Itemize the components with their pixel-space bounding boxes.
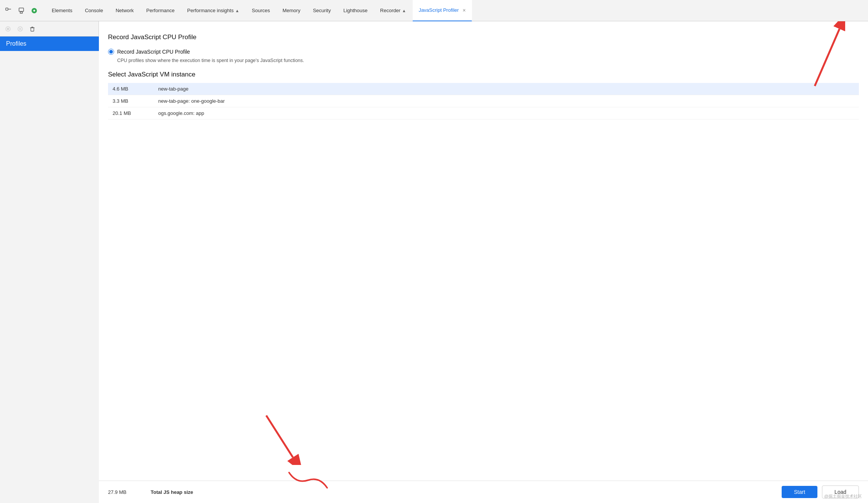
vm-instance-row[interactable]: 20.1 MB ogs.google.com: app bbox=[108, 107, 859, 119]
vm-size-2: 3.3 MB bbox=[113, 98, 158, 104]
device-icon[interactable] bbox=[16, 5, 27, 16]
tab-elements[interactable]: Elements bbox=[46, 0, 79, 21]
radio-description: CPU profiles show where the execution ti… bbox=[117, 58, 859, 63]
toolbar-icons bbox=[3, 5, 40, 16]
svg-rect-0 bbox=[6, 8, 8, 10]
tab-list: Elements Console Network Performance Per… bbox=[46, 0, 865, 21]
left-panel: Profiles bbox=[0, 21, 99, 503]
recorder-icon: ▲ bbox=[402, 8, 406, 13]
vm-name-1: new-tab-page bbox=[158, 86, 189, 92]
vm-size-1: 4.6 MB bbox=[113, 86, 158, 92]
content-body: Record JavaScript CPU Profile Record Jav… bbox=[99, 21, 868, 481]
tab-sources[interactable]: Sources bbox=[246, 0, 277, 21]
tab-security[interactable]: Security bbox=[307, 0, 337, 21]
tab-console[interactable]: Console bbox=[79, 0, 110, 21]
start-button[interactable]: Start bbox=[782, 486, 817, 498]
tab-network[interactable]: Network bbox=[110, 0, 140, 21]
record-cpu-label[interactable]: Record JavaScript CPU Profile bbox=[117, 49, 190, 55]
record-cpu-radio[interactable] bbox=[108, 49, 114, 55]
tab-lighthouse[interactable]: Lighthouse bbox=[337, 0, 374, 21]
svg-point-6 bbox=[7, 28, 9, 30]
vm-instance-row[interactable]: 4.6 MB new-tab-page bbox=[108, 83, 859, 95]
tab-memory[interactable]: Memory bbox=[277, 0, 307, 21]
tab-javascript-profiler[interactable]: JavaScript Profiler × bbox=[413, 0, 472, 21]
svg-rect-2 bbox=[19, 8, 24, 11]
sidebar-item-profiles[interactable]: Profiles bbox=[0, 37, 99, 51]
vm-instance-list: 4.6 MB new-tab-page 3.3 MB new-tab-page:… bbox=[108, 83, 859, 119]
toolbar-row bbox=[0, 21, 99, 37]
extensions-icon[interactable] bbox=[29, 5, 40, 16]
performance-insights-icon: ▲ bbox=[235, 8, 239, 13]
devtools-window: Elements Console Network Performance Per… bbox=[0, 0, 868, 503]
trash-button[interactable] bbox=[27, 24, 37, 34]
svg-rect-3 bbox=[20, 12, 22, 13]
content-footer: 27.9 MB Total JS heap size Start Load bbox=[99, 481, 868, 503]
tab-bar: Elements Console Network Performance Per… bbox=[0, 0, 868, 21]
svg-rect-10 bbox=[31, 28, 34, 31]
vm-name-3: ogs.google.com: app bbox=[158, 110, 204, 116]
footer-total-size: 27.9 MB bbox=[108, 489, 138, 495]
tab-close-icon[interactable]: × bbox=[463, 8, 466, 13]
main-area: Profiles bbox=[0, 21, 868, 503]
tab-recorder[interactable]: Recorder ▲ bbox=[374, 0, 412, 21]
footer-label: Total JS heap size bbox=[151, 489, 193, 495]
inspect-icon[interactable] bbox=[3, 5, 14, 16]
vm-section-title: Select JavaScript VM instance bbox=[108, 71, 859, 78]
stop-button[interactable] bbox=[15, 24, 25, 34]
vm-size-3: 20.1 MB bbox=[113, 110, 158, 116]
vm-instance-row[interactable]: 3.3 MB new-tab-page: one-google-bar bbox=[108, 95, 859, 107]
main-content: Record JavaScript CPU Profile Record Jav… bbox=[99, 21, 868, 503]
watermark: @掘土掘金技术社区 bbox=[824, 493, 862, 499]
radio-row: Record JavaScript CPU Profile bbox=[108, 49, 859, 55]
tab-performance[interactable]: Performance bbox=[140, 0, 181, 21]
vm-name-2: new-tab-page: one-google-bar bbox=[158, 98, 225, 104]
record-button[interactable] bbox=[3, 24, 13, 34]
tab-performance-insights[interactable]: Performance insights ▲ bbox=[181, 0, 246, 21]
section1-title: Record JavaScript CPU Profile bbox=[108, 33, 859, 41]
sidebar: Profiles bbox=[0, 37, 99, 503]
